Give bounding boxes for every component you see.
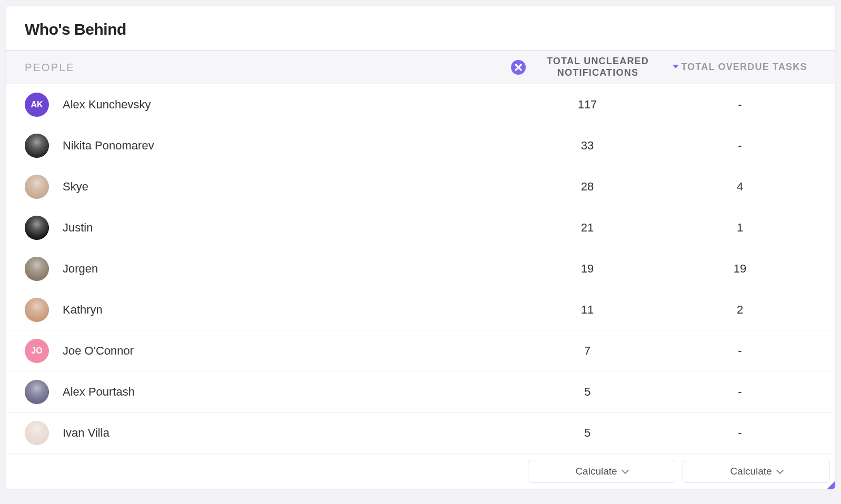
cell-tasks: - <box>664 139 816 153</box>
avatar[interactable] <box>25 216 49 240</box>
avatar[interactable] <box>25 298 49 322</box>
cell-tasks: - <box>664 426 816 440</box>
cell-people: AKAlex Kunchevsky <box>25 93 511 117</box>
cell-notifications: 7 <box>511 344 664 358</box>
cell-people: Alex Pourtash <box>25 380 511 404</box>
person-name: Joe O'Connor <box>63 344 134 358</box>
cell-notifications: 5 <box>511 426 664 440</box>
card-header: Who's Behind <box>6 6 835 51</box>
table-row[interactable]: Ivan Villa5- <box>6 412 835 453</box>
sort-descending-icon <box>673 65 679 68</box>
person-name: Alex Pourtash <box>63 385 135 399</box>
column-header-notifications-label: TOTAL UNCLEARED NOTIFICATIONS <box>532 56 664 78</box>
cell-notifications: 117 <box>511 98 664 112</box>
cell-tasks: 2 <box>664 303 816 317</box>
column-header-people[interactable]: PEOPLE <box>25 62 511 74</box>
calculate-button-label: Calculate <box>575 466 617 477</box>
cell-tasks: - <box>664 344 816 358</box>
card-title: Who's Behind <box>25 21 816 38</box>
table-body: AKAlex Kunchevsky117-Nikita Ponomarev33-… <box>6 84 835 453</box>
cell-tasks: 19 <box>664 262 816 276</box>
table-header-row: PEOPLE TOTAL UNCLEARED NOTIFICATIONS TOT… <box>6 51 835 84</box>
cell-notifications: 19 <box>511 262 664 276</box>
person-name: Kathryn <box>63 303 103 317</box>
cell-people: JOJoe O'Connor <box>25 339 511 363</box>
avatar[interactable] <box>25 257 49 281</box>
chevron-down-icon <box>622 467 629 474</box>
calculate-tasks-button[interactable]: Calculate <box>683 460 830 483</box>
calculate-button-label: Calculate <box>730 466 772 477</box>
cell-tasks: - <box>664 98 816 112</box>
column-header-tasks-label: TOTAL OVERDUE TASKS <box>681 62 807 73</box>
cell-notifications: 21 <box>511 221 664 235</box>
clear-column-icon[interactable] <box>511 60 526 75</box>
column-header-tasks[interactable]: TOTAL OVERDUE TASKS <box>664 62 816 73</box>
table-footer: Calculate Calculate <box>6 453 835 489</box>
table-row[interactable]: Jorgen1919 <box>6 248 835 289</box>
cell-people: Jorgen <box>25 257 511 281</box>
person-name: Justin <box>63 221 93 235</box>
person-name: Nikita Ponomarev <box>63 139 154 153</box>
avatar[interactable] <box>25 421 49 445</box>
avatar[interactable]: JO <box>25 339 49 363</box>
person-name: Skye <box>63 180 88 194</box>
cell-people: Ivan Villa <box>25 421 511 445</box>
cell-people: Justin <box>25 216 511 240</box>
table-row[interactable]: Nikita Ponomarev33- <box>6 125 835 166</box>
chevron-down-icon <box>776 467 784 474</box>
cell-notifications: 28 <box>511 180 664 194</box>
resize-handle[interactable] <box>827 481 835 489</box>
whos-behind-card: Who's Behind PEOPLE TOTAL UNCLEARED NOTI… <box>5 5 836 490</box>
person-name: Jorgen <box>63 262 98 276</box>
table-row[interactable]: Alex Pourtash5- <box>6 371 835 412</box>
person-name: Ivan Villa <box>63 426 109 440</box>
cell-tasks: 4 <box>664 180 816 194</box>
avatar[interactable] <box>25 175 49 199</box>
calculate-notifications-button[interactable]: Calculate <box>528 460 675 483</box>
table-row[interactable]: JOJoe O'Connor7- <box>6 330 835 371</box>
cell-tasks: 1 <box>664 221 816 235</box>
cell-notifications: 11 <box>511 303 664 317</box>
avatar[interactable]: AK <box>25 93 49 117</box>
cell-people: Skye <box>25 175 511 199</box>
table-row[interactable]: Skye284 <box>6 166 835 207</box>
avatar[interactable] <box>25 134 49 158</box>
avatar[interactable] <box>25 380 49 404</box>
cell-notifications: 5 <box>511 385 664 399</box>
table-row[interactable]: Justin211 <box>6 207 835 248</box>
cell-people: Kathryn <box>25 298 511 322</box>
cell-people: Nikita Ponomarev <box>25 134 511 158</box>
person-name: Alex Kunchevsky <box>63 98 151 112</box>
cell-tasks: - <box>664 385 816 399</box>
table-row[interactable]: AKAlex Kunchevsky117- <box>6 84 835 125</box>
column-header-notifications[interactable]: TOTAL UNCLEARED NOTIFICATIONS <box>511 56 664 78</box>
table-row[interactable]: Kathryn112 <box>6 289 835 330</box>
cell-notifications: 33 <box>511 139 664 153</box>
